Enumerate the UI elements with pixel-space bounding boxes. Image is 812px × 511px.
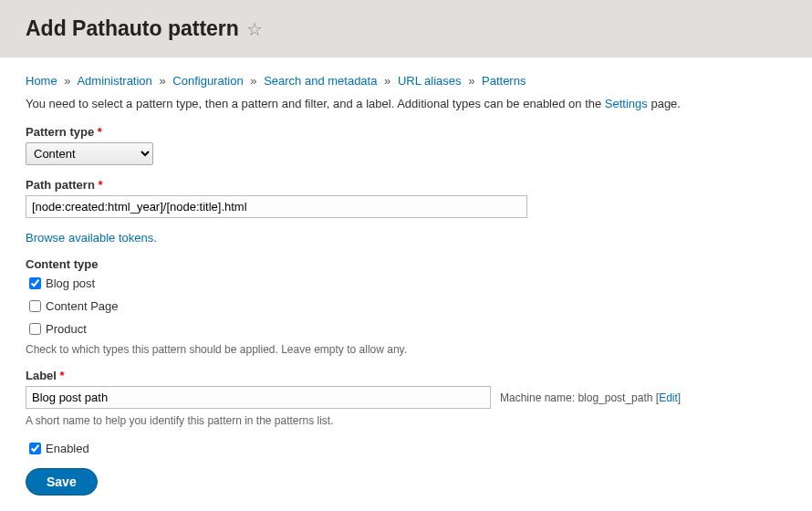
page-title: Add Pathauto pattern [26,16,239,41]
label-help: A short name to help you identify this p… [26,414,786,427]
pattern-type-label: Pattern type * [26,125,786,139]
content-region: Home » Administration » Configuration » … [0,57,812,511]
content-type-item: Content type Blog post Content Page Prod… [26,257,786,356]
required-marker: * [98,178,102,192]
content-type-help: Check to which types this pattern should… [26,343,786,356]
breadcrumb-url-aliases[interactable]: URL aliases [398,74,462,88]
content-type-label: Content type [26,257,786,271]
enabled-item: Enabled [26,440,786,457]
breadcrumb-patterns[interactable]: Patterns [482,74,526,88]
pattern-type-item: Pattern type * Content [26,125,786,165]
content-type-checkbox-product[interactable] [29,323,41,335]
breadcrumb-sep: » [64,74,70,88]
tokens-link-row: Browse available tokens. [26,231,786,245]
label-input[interactable] [26,386,491,409]
breadcrumb-administration[interactable]: Administration [77,74,151,88]
label-row: Machine name: blog_post_path [Edit] [26,386,786,409]
required-marker: * [98,125,102,139]
required-marker: * [60,369,65,382]
content-type-row-content-page: Content Page [26,297,786,315]
content-type-checkbox-blog-post[interactable] [29,277,41,289]
star-icon[interactable]: ☆ [246,18,263,40]
label-field-label-text: Label [26,369,57,382]
path-pattern-item: Path pattern * [26,178,786,218]
enabled-label: Enabled [46,442,89,455]
content-type-row-product: Product [26,320,786,338]
breadcrumb-home[interactable]: Home [26,74,57,88]
path-pattern-label: Path pattern * [26,178,786,192]
machine-name-value: blog_post_path [578,391,652,404]
breadcrumb-sep: » [250,74,256,88]
machine-name-bracket: ] [678,391,681,404]
breadcrumb-configuration[interactable]: Configuration [172,74,243,88]
intro-after: page. [648,97,681,110]
machine-name-wrapper: Machine name: blog_post_path [Edit] [500,391,681,404]
content-type-checkbox-content-page[interactable] [29,300,41,312]
pattern-type-select[interactable]: Content [26,142,153,165]
breadcrumb-sep: » [159,74,165,88]
breadcrumb-sep: » [468,74,474,88]
settings-link[interactable]: Settings [605,97,648,110]
intro-before: You need to select a pattern type, then … [26,97,605,110]
content-type-row-blog-post: Blog post [26,275,786,292]
content-type-option-label: Blog post [46,276,95,290]
content-type-option-label: Product [46,322,87,336]
breadcrumb: Home » Administration » Configuration » … [26,74,786,88]
machine-name-prefix: Machine name: [500,391,578,404]
path-pattern-input[interactable] [26,195,527,218]
breadcrumb-sep: » [384,74,390,88]
label-field-label: Label * [26,369,786,382]
header-bar: Add Pathauto pattern ☆ [0,0,812,57]
label-item: Label * Machine name: blog_post_path [Ed… [26,369,786,427]
browse-tokens-link[interactable]: Browse available tokens. [26,231,157,245]
content-type-option-label: Content Page [46,299,119,313]
breadcrumb-search-metadata[interactable]: Search and metadata [264,74,377,88]
path-pattern-label-text: Path pattern [26,178,95,192]
intro-text: You need to select a pattern type, then … [26,97,786,110]
pattern-type-label-text: Pattern type [26,125,94,139]
machine-name-edit-link[interactable]: Edit [659,391,678,404]
save-button[interactable]: Save [26,468,98,495]
enabled-checkbox[interactable] [29,443,41,454]
